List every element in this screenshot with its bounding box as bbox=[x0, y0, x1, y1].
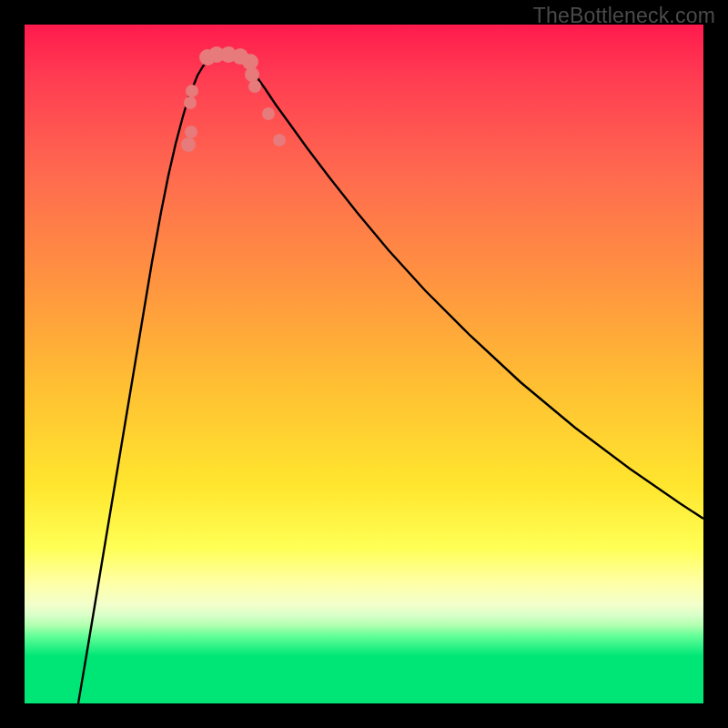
data-points bbox=[181, 46, 286, 152]
curve-group bbox=[78, 55, 703, 703]
right-curve bbox=[238, 57, 703, 519]
data-point bbox=[262, 107, 275, 120]
outer-frame: TheBottleneck.com bbox=[0, 0, 728, 728]
data-point bbox=[186, 85, 198, 97]
chart-svg bbox=[25, 25, 703, 703]
watermark-text: TheBottleneck.com bbox=[533, 4, 715, 28]
data-point bbox=[273, 134, 286, 147]
data-point bbox=[248, 80, 261, 93]
plot-area bbox=[25, 25, 703, 703]
data-point bbox=[181, 137, 196, 152]
data-point bbox=[184, 96, 197, 109]
data-point bbox=[245, 67, 259, 82]
data-point bbox=[185, 126, 197, 138]
left-curve bbox=[78, 57, 211, 703]
